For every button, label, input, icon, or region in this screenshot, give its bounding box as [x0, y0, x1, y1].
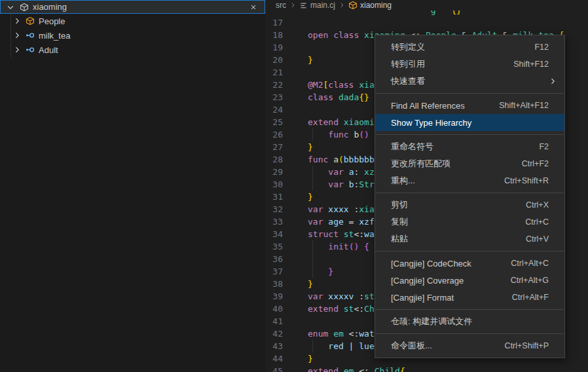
class-icon: [20, 3, 29, 12]
line-number: 22: [265, 79, 283, 91]
line-content: red | lue: [308, 340, 375, 352]
breadcrumb-separator-icon: [289, 2, 296, 9]
menu-item-粘贴[interactable]: 粘贴Ctrl+V: [375, 231, 564, 248]
breadcrumb[interactable]: srcmain.cjxiaoming: [265, 0, 588, 10]
hierarchy-root-row[interactable]: xiaoming: [0, 0, 265, 14]
menu-separator: [376, 309, 564, 310]
line-number: 28: [265, 153, 283, 166]
menu-separator: [376, 333, 564, 334]
hierarchy-root-label: xiaoming: [33, 2, 67, 12]
menu-item-转到定义[interactable]: 转到定义F12: [375, 39, 564, 56]
line-number: 30: [265, 178, 283, 191]
editor-context-menu: 转到定义F12转到引用Shift+F12快速查看Find All Referen…: [375, 35, 565, 358]
menu-shortcut: Ctrl+X: [526, 200, 549, 210]
menu-item-重命名符号[interactable]: 重命名符号F2: [375, 138, 564, 155]
menu-item-快速查看[interactable]: 快速查看: [375, 73, 564, 90]
line-content: init() {: [308, 240, 369, 253]
menu-item--cangjie-codecheck[interactable]: [Cangjie] CodeCheckCtrl+Alt+C: [375, 255, 564, 272]
chevron-right-icon[interactable]: [13, 46, 21, 54]
code-line-17: 17: [265, 16, 588, 29]
line-content: }: [308, 278, 313, 290]
line-number: 43: [265, 340, 283, 352]
interface-icon: [26, 45, 35, 54]
line-number: 33: [265, 215, 283, 228]
line-number: 26: [265, 128, 283, 141]
menu-shortcut: Ctrl+Alt+C: [511, 259, 549, 268]
menu-separator: [376, 93, 564, 94]
menu-item-label: 重命名符号: [391, 141, 433, 153]
breadcrumb-item-src[interactable]: src: [276, 1, 286, 10]
close-icon[interactable]: [248, 2, 259, 12]
menu-item-label: Find All References: [391, 101, 465, 111]
menu-item-label: 转到引用: [391, 58, 425, 70]
menu-shortcut: Ctrl+C: [525, 217, 549, 227]
tree-item-adult[interactable]: Adult: [0, 43, 265, 57]
menu-shortcut: Ctrl+Shift+P: [505, 341, 549, 350]
line-content: class dada{}: [308, 91, 369, 103]
line-content: var a: xz: [308, 166, 375, 178]
menu-shortcut: Ctrl+V: [526, 234, 549, 244]
menu-item-重构-[interactable]: 重构...Ctrl+Shift+R: [375, 172, 564, 189]
indent-guide: [312, 265, 313, 278]
menu-item-label: [Cangjie] CodeCheck: [391, 259, 471, 269]
menu-item-复制[interactable]: 复制Ctrl+C: [375, 214, 564, 231]
line-content: extend st<:Ch: [308, 303, 375, 315]
menu-shortcut: Ctrl+Alt+F: [512, 293, 549, 302]
tree-item-people[interactable]: People: [0, 14, 265, 28]
line-content: enum em <:wat: [308, 327, 375, 340]
line-number: 32: [265, 203, 283, 215]
line-content: extend em <: Child{: [308, 365, 405, 372]
menu-item-find-all-references[interactable]: Find All ReferencesShift+Alt+F12: [375, 97, 564, 114]
chevron-down-icon[interactable]: [7, 3, 14, 11]
line-content: }: [308, 191, 313, 203]
line-content: var xxxxv :st: [308, 290, 375, 303]
line-number: 45: [265, 365, 283, 372]
line-content: @M2[class xia: [308, 79, 375, 91]
menu-item-剪切[interactable]: 剪切Ctrl+X: [375, 196, 564, 214]
menu-item-转到引用[interactable]: 转到引用Shift+F12: [375, 56, 564, 73]
menu-item--cangjie-coverage[interactable]: [Cangjie] CoverageCtrl+Alt+G: [375, 272, 564, 289]
indent-guide: [312, 128, 313, 141]
line-content: func b(): [308, 128, 369, 141]
class-icon: [26, 16, 35, 26]
menu-item--cangjie-format[interactable]: [Cangjie] FormatCtrl+Alt+F: [375, 289, 564, 306]
file-icon: [299, 1, 308, 10]
menu-item-label: 复制: [391, 216, 408, 228]
line-number: 17: [265, 16, 283, 29]
menu-item-label: 粘贴: [391, 233, 408, 245]
tree-item-milk_tea[interactable]: milk_tea: [0, 28, 265, 43]
hierarchy-tree: Peoplemilk_teaAdult: [0, 14, 265, 57]
breadcrumb-item-main-cj[interactable]: main.cj: [299, 1, 335, 10]
indent-guide: [312, 340, 313, 352]
line-number: 34: [265, 228, 283, 240]
menu-shortcut: Shift+F12: [513, 60, 549, 69]
menu-shortcut: F12: [534, 43, 549, 52]
line-content: }: [308, 265, 333, 278]
submenu-chevron-icon: [549, 77, 557, 85]
line-number: 21: [265, 66, 283, 79]
menu-shortcut: Ctrl+Alt+G: [511, 276, 549, 285]
chevron-right-icon[interactable]: [13, 17, 21, 25]
indent-guide: [312, 166, 313, 178]
line-content: var xxxx :xia: [308, 203, 375, 215]
line-number: 19: [265, 41, 283, 54]
line-content: }: [308, 141, 313, 153]
menu-item-仓颉-构建并调试文件[interactable]: 仓颉: 构建并调试文件: [375, 313, 564, 330]
tree-item-label: milk_tea: [39, 31, 70, 41]
menu-item-命令面板-[interactable]: 命令面板...Ctrl+Shift+P: [375, 337, 564, 354]
line-content: struct st<:wa: [308, 228, 375, 240]
menu-item-show-type-hierarchy[interactable]: Show Type Hierarchy: [375, 114, 564, 131]
chevron-right-icon[interactable]: [13, 31, 21, 39]
line-number: 36: [265, 253, 283, 265]
menu-item-label: 快速查看: [391, 75, 425, 87]
tree-item-label: People: [39, 16, 65, 26]
menu-shortcut: F2: [539, 142, 549, 151]
menu-item-label: 转到定义: [391, 41, 425, 53]
menu-separator: [376, 193, 564, 193]
menu-item-label: 更改所有匹配项: [391, 158, 450, 170]
line-number: 29: [265, 166, 283, 178]
breadcrumb-item-xiaoming[interactable]: xiaoming: [348, 1, 392, 10]
line-content: }: [308, 54, 313, 66]
vscode-window: xiaoming Peoplemilk_teaAdult g {}1718ope…: [0, 0, 588, 372]
menu-item-更改所有匹配项[interactable]: 更改所有匹配项Ctrl+F2: [375, 155, 564, 172]
